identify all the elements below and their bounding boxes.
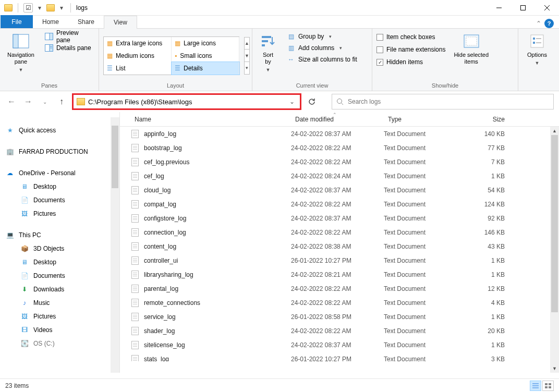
group-by-button[interactable]: ▤Group by▾ <box>285 31 359 42</box>
nav-quick-access[interactable]: ★Quick access <box>0 124 119 137</box>
help-icon[interactable]: ? <box>544 19 554 28</box>
file-row[interactable]: controller_ui26-01-2022 10:27 PMText Doc… <box>120 253 559 267</box>
file-row[interactable]: shader_log24-02-2022 08:22 AMText Docume… <box>120 324 559 338</box>
nav-back-button[interactable]: ← <box>5 95 18 108</box>
close-button[interactable] <box>535 0 559 16</box>
ribbon-collapse-icon[interactable]: ⌃ <box>536 20 541 27</box>
view-thumbnails-button[interactable] <box>542 381 554 391</box>
file-date: 24-02-2022 08:37 AM <box>291 130 384 138</box>
quick-access-toolbar: ☑ ▾ ▾ <box>0 3 73 13</box>
navigation-pane[interactable]: ★Quick access 🏢FARRAD PRODUCTION ☁OneDri… <box>0 112 120 373</box>
options-button[interactable]: Options ▼ <box>524 31 550 68</box>
tab-view[interactable]: View <box>104 16 137 29</box>
col-date[interactable]: Date modified <box>291 116 384 123</box>
layout-details[interactable]: ☰Details <box>172 62 239 75</box>
layout-scroll[interactable]: ▲▼▾ <box>244 37 250 75</box>
add-columns-button[interactable]: ▥Add columns▾ <box>285 42 359 54</box>
file-name: sitelicense_log <box>144 341 291 349</box>
nav-osc[interactable]: 💽OS (C:) <box>0 337 119 350</box>
item-checkboxes-toggle[interactable]: Item check boxes <box>376 31 445 43</box>
file-scrollbar[interactable]: ▲ ▼ <box>550 127 559 373</box>
layout-small[interactable]: ▪Small icons <box>172 50 239 62</box>
file-row[interactable]: remote_connections24-02-2022 08:22 AMTex… <box>120 296 559 310</box>
size-columns-button[interactable]: ↔Size all columns to fit <box>285 54 359 65</box>
file-row[interactable]: cef_log.previous24-02-2022 08:22 AMText … <box>120 155 559 169</box>
file-row[interactable]: configstore_log24-02-2022 08:37 AMText D… <box>120 211 559 225</box>
preview-pane-button[interactable]: Preview pane <box>43 31 94 42</box>
file-row[interactable]: cloud_log24-02-2022 08:37 AMText Documen… <box>120 183 559 197</box>
details-pane-button[interactable]: Details pane <box>43 42 94 54</box>
nav-onedrive[interactable]: ☁OneDrive - Personal <box>0 166 119 180</box>
file-size: 3 KB <box>462 356 505 362</box>
nav-od-pictures[interactable]: 🖼Pictures <box>0 207 119 220</box>
nav-videos[interactable]: 🎞Videos <box>0 323 119 337</box>
tab-share[interactable]: Share <box>68 15 104 28</box>
svg-rect-14 <box>262 44 265 46</box>
address-dropdown-icon[interactable]: ⌄ <box>287 98 297 105</box>
col-type[interactable]: Type <box>384 116 462 123</box>
view-details-button[interactable] <box>530 381 541 391</box>
minimize-button[interactable] <box>487 0 511 16</box>
column-headers[interactable]: ⌃ Name Date modified Type Size <box>120 112 559 127</box>
file-icon <box>130 284 140 293</box>
file-row[interactable]: parental_log24-02-2022 08:22 AMText Docu… <box>120 281 559 296</box>
nav-od-documents[interactable]: 📄Documents <box>0 193 119 207</box>
file-extensions-toggle[interactable]: File name extensions <box>376 43 445 56</box>
nav-music[interactable]: ♪Music <box>0 296 119 310</box>
search-box[interactable]: Search logs <box>332 94 554 109</box>
file-icon <box>130 228 140 237</box>
address-bar[interactable]: ⌄ <box>72 93 301 110</box>
file-row[interactable]: service_log26-01-2022 08:58 PMText Docum… <box>120 310 559 324</box>
layout-list[interactable]: ☰List <box>104 62 172 75</box>
file-date: 24-02-2022 08:22 AM <box>291 158 384 166</box>
tab-home[interactable]: Home <box>33 15 68 28</box>
qat-chevron-icon[interactable]: ▾ <box>36 4 43 11</box>
layout-extra-large[interactable]: ▦Extra large icons <box>104 37 172 50</box>
file-icon <box>130 172 140 181</box>
col-size[interactable]: Size <box>462 116 509 123</box>
nav-forward-button[interactable]: → <box>22 95 34 108</box>
nav-up-button[interactable]: ↑ <box>55 95 68 108</box>
nav-downloads[interactable]: ⬇Downloads <box>0 283 119 296</box>
file-icon <box>130 129 140 139</box>
qat-properties-icon[interactable]: ☑ <box>23 3 33 13</box>
nav-documents[interactable]: 📄Documents <box>0 269 119 283</box>
file-name: service_log <box>144 313 291 321</box>
file-date: 26-01-2022 10:27 PM <box>291 257 384 264</box>
nav-this-pc[interactable]: 💻This PC <box>0 228 119 242</box>
file-row[interactable]: sitelicense_log24-02-2022 08:37 AMText D… <box>120 338 559 352</box>
address-input[interactable] <box>88 98 284 106</box>
layout-medium[interactable]: ▦Medium icons <box>104 50 172 62</box>
file-row[interactable]: librarysharing_log24-02-2022 08:21 AMTex… <box>120 267 559 281</box>
nav-pictures[interactable]: 🖼Pictures <box>0 310 119 323</box>
nav-desktop[interactable]: 🖥Desktop <box>0 255 119 269</box>
qat-dropdown-icon[interactable]: ▾ <box>58 4 65 11</box>
maximize-button[interactable] <box>511 0 535 16</box>
tab-file[interactable]: File <box>1 15 33 28</box>
layout-picker[interactable]: ▦Extra large icons ▦Large icons ▦Medium … <box>103 36 239 75</box>
file-row[interactable]: compat_log24-02-2022 08:22 AMText Docume… <box>120 197 559 211</box>
folder-icon <box>46 4 55 11</box>
file-row[interactable]: content_log24-02-2022 08:38 AMText Docum… <box>120 239 559 253</box>
sort-by-button[interactable]: Sort by ▼ <box>257 31 280 75</box>
file-row[interactable]: stats_log26-01-2022 10:27 PMText Documen… <box>120 352 559 361</box>
hide-selected-button[interactable]: Hide selected items <box>451 31 492 67</box>
file-size: 146 KB <box>462 229 505 236</box>
layout-large[interactable]: ▦Large icons <box>172 37 239 50</box>
file-row[interactable]: cef_log24-02-2022 08:24 AMText Document1… <box>120 169 559 183</box>
file-row[interactable]: bootstrap_log24-02-2022 08:22 AMText Doc… <box>120 141 559 155</box>
nav-od-desktop[interactable]: 🖥Desktop <box>0 180 119 193</box>
file-list[interactable]: appinfo_log24-02-2022 08:37 AMText Docum… <box>120 127 559 361</box>
col-name[interactable]: Name <box>130 116 291 123</box>
navigation-pane-button[interactable]: Navigation pane ▼ <box>4 31 38 75</box>
refresh-button[interactable] <box>306 95 318 108</box>
nav-3dobjects[interactable]: 📦3D Objects <box>0 242 119 255</box>
file-row[interactable]: connection_log24-02-2022 08:22 AMText Do… <box>120 225 559 239</box>
file-list-pane: ⌃ Name Date modified Type Size appinfo_l… <box>120 112 559 373</box>
file-row[interactable]: appinfo_log24-02-2022 08:37 AMText Docum… <box>120 127 559 141</box>
nav-farrad[interactable]: 🏢FARRAD PRODUCTION <box>0 145 119 158</box>
hidden-items-toggle[interactable]: Hidden items <box>376 56 445 68</box>
nav-scrollbar[interactable] <box>111 117 119 373</box>
file-size: 7 KB <box>462 158 505 166</box>
nav-history-button[interactable]: ⌄ <box>39 95 51 108</box>
